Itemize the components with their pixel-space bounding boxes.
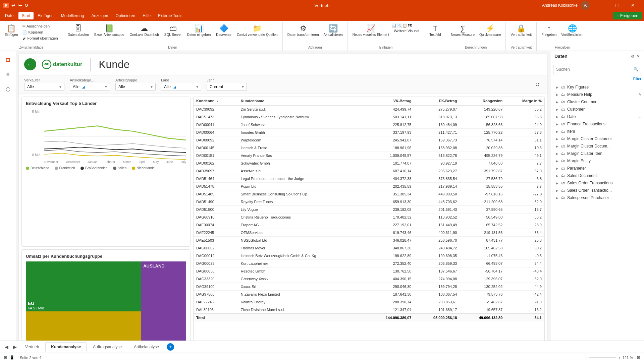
filter-artikel-select[interactable]: Alle ◢ ▾ bbox=[70, 83, 110, 91]
back-button[interactable]: ← bbox=[24, 58, 36, 70]
tab-artikelanalyse[interactable]: Artikelanalyse bbox=[128, 342, 165, 352]
quickmeasure-btn[interactable]: ⚡ Quickmeasure bbox=[477, 23, 503, 38]
treemap-ausland[interactable]: AUSLAND bbox=[141, 261, 186, 311]
tree-item-action[interactable]: … bbox=[638, 115, 641, 119]
table-row[interactable]: DAD00064Innodes Gmbh337.197,93211.427,71… bbox=[194, 129, 544, 136]
menu-hilfe[interactable]: Hilfe bbox=[139, 12, 154, 19]
menu-datei[interactable]: Datei bbox=[2, 12, 18, 19]
sql-btn[interactable]: 🗃 SQL Server bbox=[162, 23, 184, 38]
close-btn[interactable]: ✕ bbox=[625, 0, 641, 11]
redo-icon[interactable]: ↪ bbox=[18, 3, 22, 8]
table-row[interactable]: DAE22245OEMServices619.743,46400.611,902… bbox=[194, 229, 544, 237]
col-rohgewinn[interactable]: Rohgewinn bbox=[460, 97, 505, 105]
add-tab-btn[interactable]: + bbox=[167, 343, 174, 351]
tab-nav-back[interactable]: ◀ bbox=[3, 343, 10, 351]
col-vkbetrag[interactable]: VK-Betrag bbox=[365, 97, 414, 105]
vertraulichkeit-btn[interactable]: 🔒 Vertraulichkeit bbox=[508, 23, 534, 38]
table-view-icon[interactable]: ≡ bbox=[2, 68, 14, 80]
chart-icon-1[interactable]: 📊 bbox=[392, 23, 396, 28]
chart-icon-2[interactable]: 📉 bbox=[397, 23, 402, 28]
tab-auftragsanalyse[interactable]: Auftragsanalyse bbox=[87, 342, 127, 352]
neues-measure-btn[interactable]: ∑ Neues Measure bbox=[449, 23, 477, 38]
table-row[interactable]: DAG00012Heinrich Betz Werkzeugfabrik Gmb… bbox=[194, 252, 544, 260]
excel-btn[interactable]: 📗 Excel-Arbeitsmappe bbox=[92, 23, 126, 38]
tree-item[interactable]: ▶ 🗂 Margin Cluster Customer bbox=[550, 135, 644, 142]
format-btn[interactable]: 🖌 Format übertragen bbox=[20, 36, 60, 41]
panel-close-icon[interactable]: ✕ bbox=[637, 54, 640, 59]
report-view-icon[interactable]: ⊞ bbox=[2, 54, 14, 66]
table-row[interactable]: DAD51464Legal Protection Insurance - the… bbox=[194, 175, 544, 183]
filter-land-expand[interactable]: ◢ bbox=[173, 85, 176, 89]
tree-item[interactable]: ▶ 🗂 Sales Order Transactions bbox=[550, 179, 644, 187]
daten-abrufen-btn[interactable]: 🗄 Daten abrufen bbox=[66, 23, 91, 38]
table-row[interactable]: DAC390922m Servizi s.r.l.424.499,74275.2… bbox=[194, 105, 544, 113]
tab-nav-fwd[interactable]: ▶ bbox=[11, 343, 19, 351]
table-row[interactable]: DAG39100Xxxxx Srl290.046,30159.794,28130… bbox=[194, 283, 544, 291]
tree-item[interactable]: ▶ 🗂 Sales Order Transactio... bbox=[550, 187, 644, 194]
reset-filter-btn[interactable]: ↺ bbox=[533, 80, 542, 89]
table-row[interactable]: DAG00056Rezotec Gmbh130.762,50187.546,67… bbox=[194, 267, 544, 275]
veroeffentlichen-btn[interactable]: 🌐 Veröffentlichen bbox=[559, 23, 585, 38]
zoom-out-btn[interactable]: − bbox=[585, 356, 587, 360]
table-row[interactable]: DAG97506N Zavallis Flexo Limited187.641,… bbox=[194, 291, 544, 298]
tree-item[interactable]: ▶ 🗂 Margin Cluster Docum... bbox=[550, 142, 644, 150]
table-row[interactable]: DAD00145Heesch & Frese188.961,96168.932,… bbox=[194, 144, 544, 152]
fit-page-btn[interactable]: ⊡ bbox=[637, 355, 640, 360]
menu-optimieren[interactable]: Optimieren bbox=[112, 12, 139, 19]
menu-externe[interactable]: Externe Tools bbox=[155, 12, 186, 19]
tree-item[interactable]: ▶ 🗂 Parameter bbox=[550, 165, 644, 172]
zuletzt-btn[interactable]: 📁 Zuletzt verwendete Quellen bbox=[235, 23, 280, 38]
tree-item[interactable]: ▶ 🗂 Key Figures bbox=[550, 83, 644, 91]
report-view-status[interactable]: ⊞ bbox=[4, 355, 7, 360]
tree-item[interactable]: ▶ 🗂 Margin Entity bbox=[550, 157, 644, 165]
table-row[interactable]: DAD51500Lily Vogue239.182,08201.591,4337… bbox=[194, 206, 544, 214]
minimize-btn[interactable]: — bbox=[593, 0, 608, 11]
weitere-visuals-btn[interactable]: Weitere Visuals bbox=[392, 28, 421, 34]
maximize-btn[interactable]: □ bbox=[609, 0, 625, 11]
chart-icon-4[interactable]: 🗺 bbox=[408, 23, 412, 28]
mobile-view-status[interactable]: 📱 bbox=[10, 355, 14, 360]
table-row[interactable]: DAE00074Fraport AG227.192,01161.449,4965… bbox=[194, 221, 544, 229]
tree-item[interactable]: ▶ 🗂 Sales Document bbox=[550, 172, 644, 179]
table-row[interactable]: DAD00041Josef Schwarz225.812,75169.484,0… bbox=[194, 121, 544, 129]
filter-verkaufer-select[interactable]: Alle ▾ bbox=[24, 83, 64, 91]
filter-artikel-expand[interactable]: ◢ bbox=[82, 85, 85, 89]
zoom-slider[interactable] bbox=[589, 357, 616, 358]
einfuegen-btn[interactable]: 📋 Einfügen bbox=[3, 23, 20, 38]
freigeben-btn[interactable]: ↑Freigeben bbox=[613, 12, 642, 19]
menu-modellierung[interactable]: Modellierung bbox=[58, 12, 88, 19]
menu-einfuegen[interactable]: Einfügen bbox=[34, 12, 57, 19]
table-row[interactable]: DAE51503NSSLGlobal Ltd346.028,47258.596,… bbox=[194, 237, 544, 244]
ausschneiden-btn[interactable]: ✂ Ausschneiden bbox=[20, 23, 60, 29]
table-row[interactable]: DAG00002Thomas Meyer348.867,30243.404,72… bbox=[194, 244, 544, 252]
menu-anzeigen[interactable]: Anzeigen bbox=[88, 12, 111, 19]
kopieren-btn[interactable]: 📄 Kopieren bbox=[20, 29, 60, 35]
table-row[interactable]: DAL22248Kallista Energy288.390,74293.853… bbox=[194, 298, 544, 306]
panel-settings-icon[interactable]: ⚙ bbox=[631, 54, 635, 59]
refresh-icon[interactable]: ⟳ bbox=[25, 3, 29, 8]
transform-btn[interactable]: ⚙ Daten transformieren bbox=[285, 23, 321, 38]
zoom-in-btn[interactable]: + bbox=[618, 356, 620, 360]
table-row[interactable]: DAD00162Schuwatec Gmbh101.774,0793.927,1… bbox=[194, 160, 544, 167]
tab-kundenanalyse[interactable]: Kundenanalyse bbox=[45, 342, 87, 352]
table-row[interactable]: DAD51490Royalty Free Tunes659.913,30448.… bbox=[194, 198, 544, 206]
col-ekbetrag[interactable]: EK-Betrag bbox=[414, 97, 460, 105]
filter-land-select[interactable]: Alle ◢ ▾ bbox=[161, 83, 201, 91]
filter-jahr-select[interactable]: Current ▾ bbox=[207, 83, 247, 91]
undo-icon[interactable]: ↩ bbox=[11, 3, 15, 8]
table-row[interactable]: DAD39097Asset-re s.r.l.687.416,14295.623… bbox=[194, 167, 544, 175]
table-row[interactable]: DAG60910Cristina Risueño Traducciones170… bbox=[194, 214, 544, 221]
onelake-btn[interactable]: ☁ OneLake-Datenhub bbox=[128, 23, 161, 38]
dataverse-btn[interactable]: 🔷 Dataverse bbox=[214, 23, 233, 38]
tree-item[interactable]: ▶ 🗂 Cluster Common bbox=[550, 98, 644, 106]
search-input[interactable] bbox=[553, 65, 641, 74]
tree-item[interactable]: ▶ 🗂 Measure Help ✎ bbox=[550, 91, 644, 98]
tree-item[interactable]: ▶ 🗂 Item bbox=[550, 128, 644, 135]
table-row[interactable]: DAG00023Kurt Laupheimer272.352,40205.859… bbox=[194, 260, 544, 267]
table-row[interactable]: DAD00092Waptelecom245.941,87169.367,7376… bbox=[194, 136, 544, 144]
table-row[interactable]: DAC51473Fyndalous - Sveriges Fyndigaste … bbox=[194, 113, 544, 121]
tree-item[interactable]: ▶ 🗂 Salesperson Purchaser bbox=[550, 194, 644, 201]
col-kundenname[interactable]: Kundenname bbox=[238, 97, 365, 105]
filter-gruppe-select[interactable]: Alle ▾ bbox=[115, 83, 156, 91]
data-table-wrapper[interactable]: Kundennr. ▲ Kundenname VK-Betrag EK-Betr… bbox=[193, 97, 545, 357]
